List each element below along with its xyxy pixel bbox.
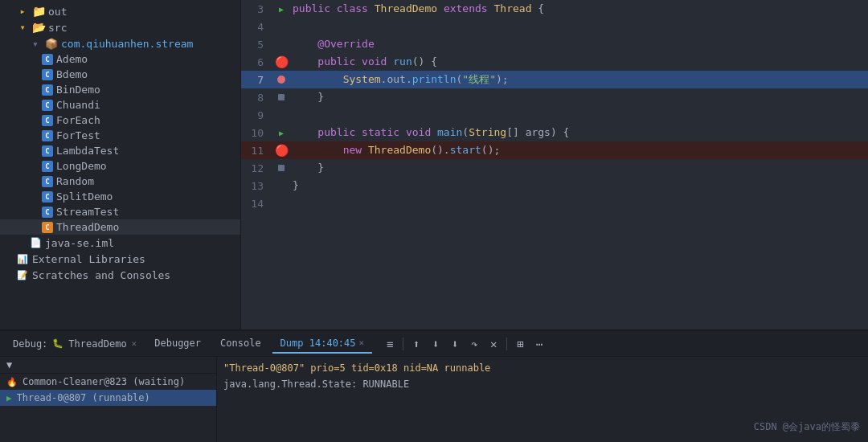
toolbar-resume-icon[interactable]: ↷ bbox=[466, 336, 482, 352]
sidebar-item-label: LongDemo bbox=[53, 160, 107, 172]
sidebar-item-splitdemo[interactable]: C SplitDemo bbox=[0, 189, 240, 204]
debug-content: ▼ 🔥 Common-Cleaner@823 (waiting) ▶ Threa… bbox=[0, 357, 868, 442]
code-text: public static void main(String[] args) { bbox=[289, 124, 868, 141]
thread-item-main[interactable]: ▶ Thread-0@807 (runnable) bbox=[0, 390, 216, 406]
code-text: } bbox=[289, 88, 868, 106]
file-tree: ▸ 📁 out ▾ 📂 src ▾ 📦 com.qiuhuanhen.strea… bbox=[0, 0, 241, 329]
console-text-1: "Thread-0@807" prio=5 tid=0x18 nid=NA ru… bbox=[223, 362, 490, 374]
iml-icon: 📄 bbox=[29, 236, 42, 249]
external-libs-icon: 📊 bbox=[16, 252, 29, 265]
sidebar-item-bdemo[interactable]: C Bdemo bbox=[0, 67, 240, 82]
console-line-2: java.lang.Thread.State: RUNNABLE bbox=[223, 376, 862, 392]
breakpoint-gutter[interactable] bbox=[273, 76, 289, 84]
sidebar-item-streamtest[interactable]: C StreamTest bbox=[0, 204, 240, 219]
debug-tab-icon: 🐛 bbox=[52, 338, 63, 349]
sidebar-item-ademo[interactable]: C Ademo bbox=[0, 51, 240, 67]
code-text: } bbox=[289, 177, 868, 194]
class-icon: C bbox=[42, 130, 53, 141]
sidebar-item-label: Ademo bbox=[53, 53, 88, 65]
toolbar-layout-icon[interactable]: ⊞ bbox=[512, 336, 528, 352]
sidebar-item-foreach[interactable]: C ForEach bbox=[0, 113, 240, 128]
sidebar-item-label: ForEach bbox=[53, 114, 100, 126]
class-icon: C bbox=[42, 145, 53, 157]
class-icon: C bbox=[42, 176, 53, 187]
folder-color-icon: 📁 bbox=[32, 5, 45, 18]
tab-dump[interactable]: Dump 14:40:45 ✕ bbox=[272, 334, 373, 354]
line-number: 10 bbox=[241, 127, 273, 139]
toolbar-settings-icon[interactable]: ⋯ bbox=[531, 336, 547, 352]
sidebar-item-lambdatest[interactable]: C LambdaTest bbox=[0, 143, 240, 158]
toolbar-upload-icon[interactable]: ⬇ bbox=[428, 336, 444, 352]
tab-debugger[interactable]: Debugger bbox=[146, 334, 209, 354]
sidebar-item-scratches[interactable]: 📝 Scratches and Consoles bbox=[0, 267, 240, 283]
sidebar-item-random[interactable]: C Random bbox=[0, 174, 240, 189]
thread-label-main: Thread-0@807 (runnable) bbox=[17, 392, 150, 403]
sidebar-item-label: out bbox=[48, 6, 67, 18]
line-number: 7 bbox=[241, 74, 273, 86]
bookmark-gutter[interactable] bbox=[273, 94, 289, 100]
package-expand-icon: ▾ bbox=[29, 37, 42, 50]
class-icon: C bbox=[42, 191, 53, 203]
debug-gutter-2[interactable]: 🔴 bbox=[273, 144, 289, 157]
filter-icon: ▼ bbox=[6, 359, 12, 370]
run-gutter-2[interactable]: ▶ bbox=[273, 129, 289, 137]
sidebar-item-bindemo[interactable]: C BinDemo bbox=[0, 82, 240, 97]
line-number: 8 bbox=[241, 92, 273, 104]
debug-label: Debug: 🐛 ThreadDemo ✕ bbox=[6, 338, 143, 350]
code-line-10: 10 ▶ public static void main(String[] ar… bbox=[241, 124, 868, 141]
class-icon: C bbox=[42, 69, 53, 80]
sidebar-item-label: Random bbox=[53, 175, 94, 187]
sidebar-item-package[interactable]: ▾ 📦 com.qiuhuanhen.stream bbox=[0, 35, 240, 51]
toolbar-stop-icon[interactable]: ✕ bbox=[485, 336, 502, 352]
debug-tab-name: ThreadDemo bbox=[68, 338, 126, 350]
debug-marker-icon-2: 🔴 bbox=[275, 144, 289, 157]
toolbar-download-icon[interactable]: ⬆ bbox=[408, 336, 424, 352]
folder-expand-icon: ▾ bbox=[16, 21, 29, 34]
class-icon: C bbox=[42, 115, 53, 126]
code-line-6: 6 🔴 public void run() { bbox=[241, 53, 868, 71]
sidebar-item-iml[interactable]: 📄 java-se.iml bbox=[0, 235, 240, 251]
run-arrow-icon: ▶ bbox=[279, 5, 284, 14]
tab-console[interactable]: Console bbox=[212, 334, 269, 354]
code-line-4: 4 bbox=[241, 18, 868, 35]
code-text: System.out.println("线程"); bbox=[289, 71, 868, 88]
code-line-3: 3 ▶ public class ThreadDemo extends Thre… bbox=[241, 0, 868, 18]
code-content[interactable]: 3 ▶ public class ThreadDemo extends Thre… bbox=[241, 0, 868, 329]
toolbar-lines-icon[interactable]: ≡ bbox=[382, 336, 398, 352]
sidebar-item-fortest[interactable]: C ForTest bbox=[0, 128, 240, 143]
sidebar-item-label: src bbox=[48, 22, 67, 34]
debug-close-button[interactable]: ✕ bbox=[132, 338, 137, 349]
tab-dump-label: Dump 14:40:45 bbox=[280, 338, 356, 349]
run-gutter[interactable]: ▶ bbox=[273, 5, 289, 14]
line-number: 12 bbox=[241, 162, 273, 174]
line-number: 5 bbox=[241, 39, 273, 51]
class-icon: C bbox=[42, 207, 53, 218]
tab-dump-close[interactable]: ✕ bbox=[359, 338, 365, 348]
src-folder-icon: 📂 bbox=[32, 21, 45, 34]
sidebar-item-external-libs[interactable]: 📊 External Libraries bbox=[0, 251, 240, 267]
sidebar-item-longdemo[interactable]: C LongDemo bbox=[0, 158, 240, 174]
scratches-icon: 📝 bbox=[16, 268, 29, 281]
sidebar-item-label: LambdaTest bbox=[53, 145, 119, 157]
debug-gutter[interactable]: 🔴 bbox=[273, 55, 289, 68]
line-number: 9 bbox=[241, 109, 273, 121]
thread-running-icon: ▶ bbox=[6, 393, 12, 403]
package-icon: 📦 bbox=[45, 37, 58, 50]
toolbar-down-icon[interactable]: ⬇ bbox=[447, 336, 463, 352]
code-line-13: 13 } bbox=[241, 177, 868, 194]
thread-item-cleaner[interactable]: 🔥 Common-Cleaner@823 (waiting) bbox=[0, 374, 216, 390]
bookmark-gutter-2[interactable] bbox=[273, 165, 289, 171]
sidebar-package-label: com.qiuhuanhen.stream bbox=[61, 38, 193, 50]
bookmark-icon-2 bbox=[278, 165, 285, 171]
line-number: 3 bbox=[241, 3, 273, 15]
sidebar-item-threaddemo[interactable]: C ThreadDemo bbox=[0, 219, 240, 235]
separator-1 bbox=[403, 338, 403, 350]
code-line-14: 14 bbox=[241, 194, 868, 212]
code-line-9: 9 bbox=[241, 106, 868, 124]
line-number: 6 bbox=[241, 56, 273, 68]
sidebar-item-src[interactable]: ▾ 📂 src bbox=[0, 19, 240, 35]
sidebar-item-chuandi[interactable]: C Chuandi bbox=[0, 97, 240, 113]
sidebar-item-out[interactable]: ▸ 📁 out bbox=[0, 3, 240, 19]
code-line-12: 12 } bbox=[241, 159, 868, 177]
code-line-11: 11 🔴 new ThreadDemo().start(); bbox=[241, 141, 868, 159]
